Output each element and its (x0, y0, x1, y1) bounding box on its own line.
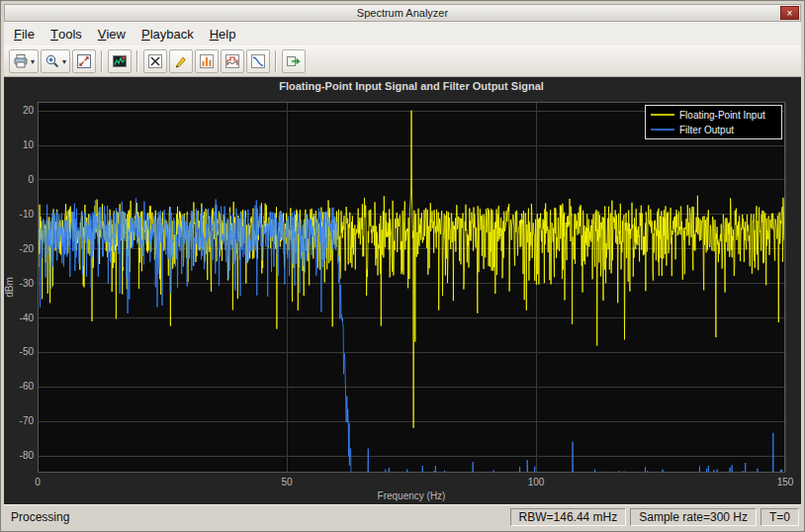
menu-accel-letter: H (210, 27, 219, 42)
legend[interactable]: Floating-Point InputFilter Output (646, 106, 782, 139)
peak-finder-button[interactable] (169, 49, 193, 73)
menu-accel-letter: F (14, 27, 22, 42)
status-message: Processing (6, 510, 506, 524)
y-tick-label: -40 (20, 312, 35, 323)
spectrum-chart[interactable]: 20100-10-20-30-40-50-60-70-80050100150Fl… (4, 77, 801, 504)
toolbar-separator (136, 50, 138, 72)
x-tick-label: 50 (281, 477, 293, 488)
zoom-icon (45, 53, 60, 69)
x-tick-label: 150 (777, 477, 794, 488)
distortion-measurements-button[interactable] (195, 49, 219, 73)
dropdown-arrow-icon: ▾ (31, 57, 35, 66)
menu-view[interactable]: View (90, 22, 134, 45)
fit-to-view-button[interactable] (72, 49, 96, 73)
x-tick-label: 100 (528, 477, 545, 488)
spectrum-settings-button[interactable] (108, 49, 132, 73)
menu-file[interactable]: File (6, 22, 43, 45)
menu-tools[interactable]: Tools (43, 22, 90, 45)
y-tick-label: -60 (20, 381, 35, 392)
x-axis-label: Frequency (Hz) (378, 490, 446, 501)
playback-options-button[interactable] (282, 49, 306, 73)
toolbar-separator (275, 50, 277, 72)
menu-help[interactable]: Help (202, 22, 244, 45)
status-time: T=0 (760, 508, 799, 526)
y-tick-label: 0 (28, 174, 34, 185)
y-tick-label: -30 (20, 278, 35, 289)
toolbar-separator (101, 50, 103, 72)
legend-label: Floating-Point Input (679, 110, 765, 121)
fit-to-view-icon (76, 53, 92, 69)
y-tick-label: -50 (20, 346, 35, 357)
menu-accel-letter: T (50, 27, 58, 42)
y-tick-label: 20 (23, 105, 35, 116)
chart-title: Floating-Point Input Signal and Filter O… (279, 80, 544, 92)
menu-bar: FileToolsViewPlaybackHelp (4, 22, 801, 45)
playback-options-icon (286, 53, 302, 69)
toolbar: ▾▾ (4, 45, 801, 77)
dropdown-arrow-icon: ▾ (62, 57, 66, 66)
print-button[interactable]: ▾ (9, 49, 39, 73)
y-axis-label: dBm (4, 277, 15, 298)
close-icon: × (787, 8, 793, 19)
menu-accel-letter: V (98, 27, 107, 42)
status-sample-rate: Sample rate=300 Hz (630, 508, 757, 526)
y-tick-label: -10 (20, 209, 35, 220)
spectrum-settings-icon (112, 53, 128, 69)
y-tick-label: -80 (20, 450, 35, 461)
spectrum-analyzer-window: Spectrum Analyzer × FileToolsViewPlaybac… (0, 0, 805, 532)
status-rbw: RBW=146.44 mHz (510, 508, 627, 526)
menu-playback[interactable]: Playback (134, 22, 202, 45)
y-tick-label: -20 (20, 243, 35, 254)
distortion-measurements-icon (199, 53, 215, 69)
cursor-measurements-button[interactable] (143, 49, 167, 73)
y-tick-label: 10 (23, 139, 35, 150)
ccdf-measurements-icon (250, 53, 266, 69)
spectral-mask-button[interactable] (221, 49, 244, 73)
window-title: Spectrum Analyzer (357, 7, 448, 19)
spectral-mask-icon (224, 53, 240, 69)
spectrum-display: 20100-10-20-30-40-50-60-70-80050100150Fl… (4, 77, 801, 504)
close-button[interactable]: × (780, 6, 799, 20)
y-tick-label: -70 (20, 415, 35, 426)
cursor-measurements-icon (147, 53, 163, 69)
zoom-button[interactable]: ▾ (41, 49, 70, 73)
menu-accel-letter: P (141, 27, 150, 42)
printer-icon (13, 53, 29, 69)
ccdf-measurements-button[interactable] (246, 49, 270, 73)
x-tick-label: 0 (35, 477, 41, 488)
peak-finder-icon (173, 53, 189, 69)
legend-label: Filter Output (679, 125, 734, 135)
status-bar: Processing RBW=146.44 mHz Sample rate=30… (4, 504, 801, 528)
title-bar[interactable]: Spectrum Analyzer × (4, 4, 801, 22)
